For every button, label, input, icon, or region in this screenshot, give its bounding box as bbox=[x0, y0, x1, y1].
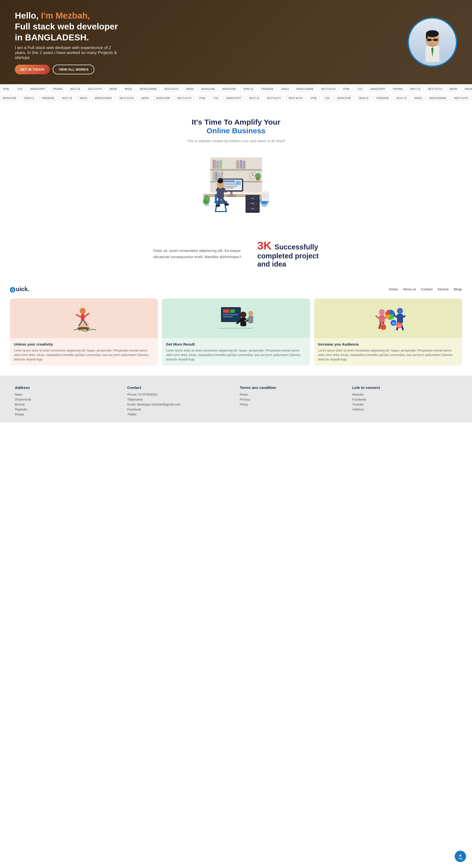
ticker-tag: FIREBASE bbox=[373, 96, 392, 100]
svg-point-78 bbox=[80, 308, 86, 314]
footer-item[interactable]: Phone: 01707954201 bbox=[127, 393, 232, 396]
quick-logo-text: uick. bbox=[16, 286, 29, 292]
ticker-tag: MONGODB bbox=[335, 96, 354, 100]
stats-numbers: 3K Successfully completed project and id… bbox=[257, 239, 318, 268]
footer-item[interactable]: Address bbox=[352, 407, 457, 411]
footer-item[interactable]: Email: developer.mezbah@gmail.com bbox=[127, 403, 232, 406]
ticker-tag: NEXT.AUTH bbox=[85, 87, 105, 91]
desk-svg bbox=[189, 150, 283, 221]
card-text: Lorem ipsum dolor sit amet consectetur a… bbox=[14, 348, 154, 362]
footer-item[interactable]: Youtube bbox=[352, 403, 457, 406]
hero-title-line3: in BANGLADESH. bbox=[15, 32, 89, 42]
footer-item[interactable]: Rajshahi bbox=[15, 407, 120, 411]
footer-item[interactable]: Nator bbox=[15, 393, 120, 396]
svg-rect-22 bbox=[213, 172, 214, 181]
card-image bbox=[10, 299, 158, 338]
svg-point-93 bbox=[240, 312, 246, 317]
card-title: Increase you Audience bbox=[318, 342, 458, 346]
stats-text-line3: and idea bbox=[257, 260, 318, 268]
svg-point-97 bbox=[248, 311, 253, 316]
footer-address: Address NatorDhanmondiBorisalRajshahiDha… bbox=[15, 385, 120, 417]
svg-rect-41 bbox=[236, 181, 241, 185]
footer-item[interactable]: Twitter bbox=[127, 412, 232, 416]
get-in-touch-button[interactable]: GET IN TOUCH bbox=[15, 65, 50, 74]
quick-nav-item[interactable]: Blogs bbox=[454, 287, 462, 291]
avatar bbox=[408, 17, 457, 67]
svg-line-44 bbox=[215, 204, 217, 212]
svg-rect-10 bbox=[433, 39, 438, 41]
footer-item[interactable]: Borisal bbox=[15, 403, 120, 406]
svg-rect-110 bbox=[397, 314, 403, 323]
footer-item[interactable]: Website bbox=[352, 393, 457, 396]
amplify-subtitle: This is website created by eshikon.com a… bbox=[187, 139, 285, 143]
footer-item[interactable]: Rules bbox=[240, 393, 345, 396]
svg-point-57 bbox=[224, 204, 229, 206]
svg-rect-36 bbox=[222, 181, 235, 182]
footer-terms-title: Terms ans condition bbox=[240, 385, 345, 390]
svg-line-80 bbox=[76, 315, 81, 317]
svg-rect-33 bbox=[227, 195, 236, 197]
ticker-track1: HTMLCSSJAVASCRIPTPRISMANEXT.JSNEXT.AUTHM… bbox=[0, 87, 472, 91]
svg-point-86 bbox=[86, 328, 89, 331]
footer-contact-items: Phone: 01707954201TeliphobneEmail: devel… bbox=[127, 393, 232, 416]
ticker-tag: NEXT.AUTH bbox=[285, 96, 305, 100]
ticker-tag: NEXT.AUTH bbox=[425, 87, 445, 91]
footer-links-title: Link to connect bbox=[352, 385, 457, 390]
svg-rect-8 bbox=[426, 34, 428, 39]
svg-rect-94 bbox=[240, 317, 246, 326]
ticker-tag: NEXT.AUTH bbox=[162, 87, 181, 91]
quick-card: Get More Result Lorem ipsum dolor sit am… bbox=[162, 299, 310, 366]
quick-cards: Unless your creativity Lorem ipsum dolor… bbox=[10, 299, 462, 366]
svg-rect-23 bbox=[215, 172, 217, 181]
svg-rect-9 bbox=[427, 39, 431, 41]
hero-section: Hello, I'm Mezbah, Full stack web develo… bbox=[0, 0, 472, 84]
ticker-tag: MERN bbox=[447, 87, 460, 91]
ticker-tag: MERN bbox=[107, 87, 120, 91]
card-body: Increase you Audience Lorem ipsum dolor … bbox=[314, 338, 462, 366]
card-text: Lorem ipsum dolor sit amet consectetur a… bbox=[318, 348, 458, 362]
footer-item[interactable]: Privacy bbox=[240, 398, 345, 401]
card-title: Unless your creativity bbox=[14, 342, 154, 346]
stats-left-text: Dolor sit, amet consectetur adipisicing … bbox=[153, 248, 247, 260]
footer-contact-title: Contact bbox=[127, 385, 232, 390]
footer-item[interactable]: Ploicy bbox=[240, 403, 345, 406]
svg-rect-47 bbox=[215, 194, 217, 204]
card-body: Get More Result Lorem ipsum dolor sit am… bbox=[162, 338, 310, 366]
svg-point-60 bbox=[203, 199, 207, 205]
hero-content: Hello, I'm Mezbah, Full stack web develo… bbox=[15, 10, 408, 74]
svg-text:Be: Be bbox=[393, 322, 396, 324]
quick-nav-item[interactable]: About us bbox=[403, 287, 416, 291]
svg-rect-21 bbox=[242, 161, 245, 169]
quick-nav-item[interactable]: Home bbox=[389, 287, 398, 291]
footer-item[interactable]: Teliphobne bbox=[127, 398, 232, 401]
ticker-tag: FIREBASE bbox=[39, 96, 57, 100]
ticker-tag: NINZA bbox=[122, 87, 135, 91]
footer-address-title: Address bbox=[15, 385, 120, 390]
stats-text-line1: Successfully bbox=[274, 243, 318, 251]
ticker-tag: CSS bbox=[14, 87, 25, 91]
footer-item[interactable]: Dhanmondi bbox=[15, 398, 120, 401]
hero-title: Hello, I'm Mezbah, Full stack web develo… bbox=[15, 10, 408, 43]
ticker-row1: HTMLCSSJAVASCRIPTPRISMANEXT.JSNEXT.AUTHM… bbox=[0, 84, 472, 94]
svg-point-53 bbox=[218, 178, 222, 181]
ticker-tag: NEXT.JS bbox=[246, 96, 262, 100]
quick-nav-item[interactable]: Contact bbox=[421, 287, 433, 291]
hero-buttons: GET IN TOUCH VIEW ALL WORKS bbox=[15, 65, 408, 74]
svg-point-56 bbox=[215, 205, 220, 207]
quick-card: Unless your creativity Lorem ipsum dolor… bbox=[10, 299, 158, 366]
quick-nav-item[interactable]: Service bbox=[438, 287, 449, 291]
amplify-title-line2: Online Business bbox=[206, 126, 265, 135]
ticker-tag: MONGODB bbox=[219, 87, 238, 91]
avatar-inner bbox=[409, 19, 456, 66]
ticker-tag: NINZA bbox=[278, 87, 292, 91]
svg-point-119 bbox=[380, 324, 386, 330]
footer-item[interactable]: Facebook bbox=[352, 398, 457, 401]
footer-item[interactable]: Facebook bbox=[127, 407, 232, 411]
svg-line-111 bbox=[394, 315, 397, 317]
svg-point-30 bbox=[255, 173, 261, 180]
card-title: Get More Result bbox=[166, 342, 306, 346]
footer-links-items: WebsiteFacebookYoutubeAddress bbox=[352, 393, 457, 411]
view-all-works-button[interactable]: VIEW ALL WORKS bbox=[53, 65, 94, 74]
footer-item[interactable]: Dhaka bbox=[15, 412, 120, 416]
ticker-tag: NEXT.JS bbox=[407, 87, 423, 91]
